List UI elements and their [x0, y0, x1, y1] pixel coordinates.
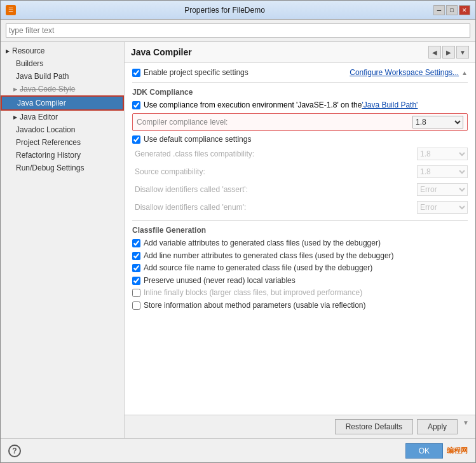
- sidebar-label-java-build-path: Java Build Path: [16, 72, 69, 81]
- check1-checkbox[interactable]: [132, 239, 140, 247]
- search-bar: [1, 20, 475, 41]
- arrow-icon-jcs: ▶: [13, 86, 17, 92]
- sidebar-item-java-build-path[interactable]: Java Build Path: [1, 70, 124, 83]
- sidebar-label-resource: Resource: [12, 46, 44, 55]
- close-button[interactable]: ✕: [459, 5, 470, 15]
- source-compat-select: 1.8: [417, 165, 468, 178]
- sidebar-label-builders: Builders: [16, 59, 43, 68]
- forward-button[interactable]: ▶: [442, 46, 455, 59]
- apply-button[interactable]: Apply: [417, 419, 458, 434]
- back-button[interactable]: ◀: [428, 46, 441, 59]
- compiler-compliance-row: Compiler compliance level: 1.8 1.7 1.6: [132, 113, 468, 131]
- check1-label: Add variable attributes to generated cla…: [144, 238, 381, 249]
- generated-class-label: Generated .class files compatibility:: [132, 149, 417, 158]
- panel-toolbar: ◀ ▶ ▼: [428, 46, 469, 59]
- divider-1: [132, 82, 468, 83]
- disallow-enum-select: Error: [417, 201, 468, 214]
- use-default-compliance-row: Use default compliance settings: [132, 135, 468, 144]
- jdk-compliance-section: JDK Compliance: [132, 88, 468, 97]
- use-compliance-text: Use compliance from execution environmen…: [144, 100, 362, 109]
- ok-button[interactable]: OK: [405, 443, 443, 459]
- check6-checkbox[interactable]: [132, 301, 140, 310]
- main-content: ▶ Resource Builders Java Build Path ▶ Ja…: [1, 41, 475, 438]
- panel-header: Java Compiler ◀ ▶ ▼: [125, 42, 475, 63]
- main-window: ☰ Properties for FileDemo ─ □ ✕ ▶ Resour…: [0, 0, 476, 463]
- check4-row: Preserve unused (never read) local varia…: [132, 276, 468, 286]
- sidebar-item-builders[interactable]: Builders: [1, 57, 124, 70]
- divider-2: [132, 220, 468, 221]
- dropdown-button[interactable]: ▼: [456, 46, 469, 59]
- enable-specific-checkbox[interactable]: [132, 69, 140, 77]
- ok-cancel-area: OK 编程网: [405, 443, 468, 459]
- sidebar-item-run-debug-settings[interactable]: Run/Debug Settings: [1, 162, 124, 174]
- arrow-icon-resource: ▶: [6, 48, 10, 54]
- check5-row: Inline finally blocks (larger class file…: [132, 288, 468, 298]
- sidebar-item-project-references[interactable]: Project References: [1, 136, 124, 149]
- titlebar: ☰ Properties for FileDemo ─ □ ✕: [1, 1, 475, 20]
- check5-label: Inline finally blocks (larger class file…: [144, 288, 362, 298]
- source-compat-label: Source compatibility:: [132, 167, 417, 176]
- sidebar-item-java-compiler[interactable]: Java Compiler: [1, 95, 124, 111]
- scroll-up-icon[interactable]: ▲: [461, 69, 468, 76]
- check2-row: Add line number attributes to generated …: [132, 251, 468, 261]
- generated-class-select: 1.8: [417, 148, 468, 160]
- sidebar-label-java-editor: Java Editor: [20, 113, 58, 121]
- arrow-icon-je: ▶: [13, 114, 17, 120]
- panel-footer: Restore Defaults Apply ▼: [125, 415, 475, 438]
- check4-label: Preserve unused (never read) local varia…: [144, 276, 296, 286]
- sidebar-item-java-code-style[interactable]: ▶ Java Code Style: [1, 83, 124, 95]
- check3-row: Add source file name to generated class …: [132, 263, 468, 273]
- check2-checkbox[interactable]: [132, 252, 140, 260]
- check3-label: Add source file name to generated class …: [144, 263, 372, 273]
- enable-specific-label: Enable project specific settings: [144, 68, 248, 77]
- check2-label: Add line number attributes to generated …: [144, 251, 394, 261]
- disallow-assert-select: Error: [417, 183, 468, 196]
- sidebar-label-java-compiler: Java Compiler: [17, 99, 66, 107]
- use-default-label: Use default compliance settings: [144, 135, 251, 144]
- panel-body: Enable project specific settings Configu…: [125, 63, 475, 415]
- window-icon: ☰: [6, 5, 16, 15]
- disallow-assert-row: Disallow identifiers called 'assert': Er…: [132, 182, 468, 197]
- disallow-assert-label: Disallow identifiers called 'assert':: [132, 185, 417, 194]
- compiler-compliance-label: Compiler compliance level:: [137, 118, 412, 127]
- use-compliance-checkbox[interactable]: [132, 101, 140, 109]
- check6-row: Store information about method parameter…: [132, 301, 468, 311]
- java-build-path-link[interactable]: 'Java Build Path': [362, 100, 418, 109]
- scroll-down-icon[interactable]: ▼: [463, 419, 469, 434]
- check5-checkbox[interactable]: [132, 289, 140, 297]
- panel: Java Compiler ◀ ▶ ▼ Enable project speci…: [125, 42, 475, 438]
- classfile-section-label: Classfile Generation: [132, 226, 468, 235]
- sidebar-label-project-references: Project References: [16, 138, 81, 147]
- sidebar-item-javadoc-location[interactable]: Javadoc Location: [1, 123, 124, 136]
- check6-label: Store information about method parameter…: [144, 301, 366, 311]
- search-input[interactable]: [6, 24, 470, 38]
- disallow-enum-label: Disallow identifiers called 'enum':: [132, 203, 417, 212]
- help-button[interactable]: ?: [8, 445, 21, 457]
- enable-project-specific-row: Enable project specific settings Configu…: [132, 68, 468, 77]
- sidebar-label-java-code-style: Java Code Style: [20, 85, 75, 93]
- sidebar-label-javadoc-location: Javadoc Location: [16, 125, 75, 134]
- window-controls: ─ □ ✕: [433, 5, 470, 15]
- minimize-button[interactable]: ─: [433, 5, 445, 15]
- compiler-compliance-select[interactable]: 1.8 1.7 1.6: [412, 116, 463, 128]
- sidebar-item-java-editor[interactable]: ▶ Java Editor: [1, 111, 124, 123]
- sidebar-label-refactoring-history: Refactoring History: [16, 151, 81, 160]
- disallow-enum-row: Disallow identifiers called 'enum': Erro…: [132, 200, 468, 215]
- sidebar-item-resource[interactable]: ▶ Resource: [1, 45, 124, 57]
- configure-workspace-link[interactable]: Configure Workspace Settings...: [350, 68, 459, 77]
- classfile-section: Classfile Generation Add variable attrib…: [132, 226, 468, 311]
- generated-class-row: Generated .class files compatibility: 1.…: [132, 146, 468, 162]
- check3-checkbox[interactable]: [132, 264, 140, 272]
- use-compliance-row: Use compliance from execution environmen…: [132, 100, 468, 109]
- window-footer: ? OK 编程网: [1, 438, 475, 462]
- sidebar-item-refactoring-history[interactable]: Refactoring History: [1, 149, 124, 162]
- use-default-checkbox[interactable]: [132, 135, 140, 144]
- window-title: Properties for FileDemo: [16, 6, 433, 15]
- check1-row: Add variable attributes to generated cla…: [132, 238, 468, 249]
- restore-defaults-button[interactable]: Restore Defaults: [335, 419, 413, 434]
- sidebar: ▶ Resource Builders Java Build Path ▶ Ja…: [1, 42, 125, 438]
- check4-checkbox[interactable]: [132, 277, 140, 285]
- sidebar-label-run-debug-settings: Run/Debug Settings: [16, 163, 84, 172]
- maximize-button[interactable]: □: [446, 5, 458, 15]
- source-compat-row: Source compatibility: 1.8: [132, 164, 468, 179]
